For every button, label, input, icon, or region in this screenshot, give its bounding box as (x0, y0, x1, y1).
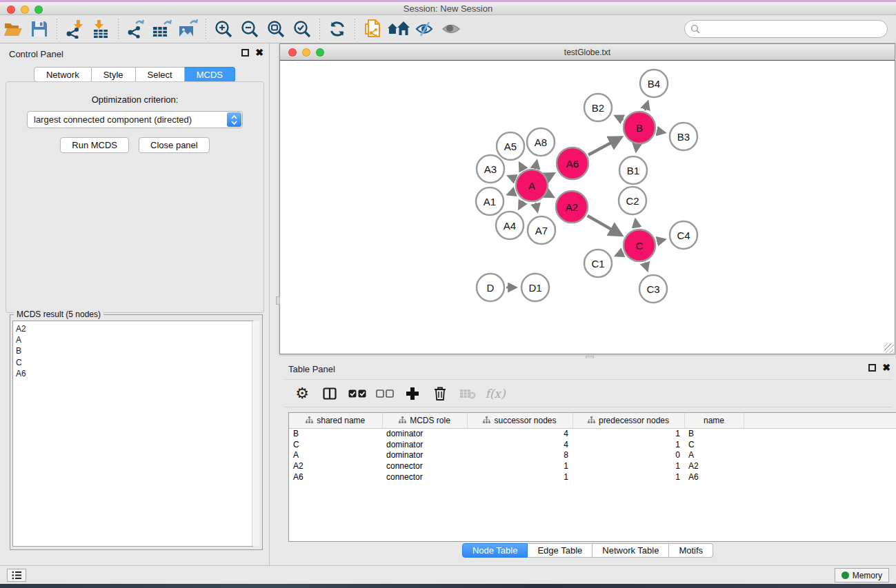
graph-edge-A2-C[interactable] (588, 216, 621, 234)
tab-select[interactable]: Select (136, 67, 185, 82)
minimize-network-button[interactable] (302, 48, 310, 57)
zoom-fit-button[interactable] (263, 17, 289, 41)
toolbar-separator (206, 19, 206, 39)
import-table-button[interactable] (88, 17, 114, 41)
hide-selected-button[interactable] (412, 17, 438, 41)
save-session-button[interactable] (26, 17, 52, 41)
minimize-window-button[interactable] (21, 6, 29, 14)
task-history-button[interactable] (7, 569, 26, 582)
resize-grip-icon[interactable] (884, 343, 894, 353)
delete-table-icon (459, 388, 476, 399)
close-window-button[interactable] (7, 6, 15, 14)
control-panel-title: Control Panel (9, 49, 63, 59)
select-all-button[interactable] (348, 385, 366, 403)
zoom-in-button[interactable] (210, 17, 237, 41)
left-splitter-handle[interactable] (276, 296, 280, 305)
apply-function-button[interactable]: f(x) (486, 385, 504, 403)
graph-edge-B-B1[interactable] (636, 145, 637, 151)
graph-edge-B-B2[interactable] (616, 116, 623, 120)
home-button[interactable] (386, 17, 412, 41)
hierarchy-icon (483, 416, 490, 424)
tab-network[interactable]: Network (34, 67, 92, 82)
run-mcds-button[interactable]: Run MCDS (60, 137, 129, 153)
graph-node-label-B1: B1 (627, 165, 639, 176)
zoom-window-button[interactable] (34, 6, 43, 14)
graph-edge-A-A3[interactable] (509, 176, 515, 179)
show-column-button[interactable] (321, 385, 339, 403)
tab-mcds[interactable]: MCDS (185, 67, 235, 82)
column-header-predecessor-nodes[interactable]: predecessor nodes (573, 413, 684, 428)
graph-edge-B-B4[interactable] (645, 103, 648, 111)
graph-edge-A-A7[interactable] (535, 203, 537, 210)
column-header-name[interactable]: name (684, 413, 744, 428)
graph-edge-A-A5[interactable] (520, 163, 524, 170)
float-panel-icon[interactable] (241, 49, 249, 57)
close-panel-button[interactable]: Close panel (139, 137, 210, 153)
table-row[interactable]: A6connector 11 A6 (289, 472, 896, 483)
zoom-fit-icon (266, 19, 286, 39)
table-row[interactable]: Bdominator 41 B (289, 428, 896, 439)
tab-style[interactable]: Style (92, 67, 136, 82)
show-all-button[interactable] (438, 17, 464, 41)
float-table-panel-icon[interactable] (868, 364, 876, 372)
column-header-successor-nodes[interactable]: successor nodes (467, 413, 573, 428)
delete-table-button[interactable] (459, 385, 477, 403)
tab-node-table[interactable]: Node Table (462, 543, 528, 558)
graph-node-label-C4: C4 (677, 230, 690, 241)
column-header-shared-name[interactable]: shared name (289, 413, 382, 428)
graph-edge-A-A8[interactable] (535, 161, 537, 168)
graph-edge-A-A6[interactable] (548, 174, 553, 176)
result-scrollbar[interactable] (252, 321, 259, 546)
graph-edge-C-C3[interactable] (645, 263, 647, 270)
zoom-selected-button[interactable] (289, 17, 315, 41)
open-file-button[interactable] (0, 17, 26, 41)
column-header-mcds-role[interactable]: MCDS role (382, 413, 467, 428)
network-canvas[interactable]: B4B2BB3A5A8A6A3B1AA1C2A2A4A7C4CC1C3DD1 (280, 61, 895, 354)
graph-edge-C-C2[interactable] (635, 221, 637, 228)
list-item[interactable]: C (16, 357, 252, 368)
table-row[interactable]: Cdominator 41 C (289, 439, 896, 450)
graph-edge-A-A2[interactable] (548, 194, 552, 196)
graph-edge-A6-B[interactable] (588, 138, 620, 155)
memory-button[interactable]: Memory (835, 568, 889, 582)
network-window-titlebar[interactable]: testGlobe.txt (280, 44, 895, 61)
table-row[interactable]: Adominator 80 A (289, 449, 896, 460)
table-row[interactable]: A2connector 11 A2 (289, 460, 896, 472)
delete-column-button[interactable] (431, 385, 449, 403)
graph-edge-C-C1[interactable] (617, 252, 624, 255)
table-options-button[interactable]: ⚙ (293, 385, 311, 403)
zoom-out-button[interactable] (237, 17, 263, 41)
graph-edge-A-A4[interactable] (519, 201, 523, 208)
toolbar-separator (57, 19, 57, 39)
import-network-button[interactable] (61, 17, 88, 41)
close-network-button[interactable] (288, 48, 297, 57)
list-item[interactable]: A6 (16, 368, 252, 379)
search-field[interactable] (684, 20, 888, 38)
graph-edge-A-A1[interactable] (508, 192, 515, 194)
new-network-button[interactable] (359, 17, 386, 41)
node-table[interactable]: shared name MCDS role successor nodes pr… (288, 412, 896, 542)
graph-edge-B-B3[interactable] (657, 131, 664, 132)
apply-layout-button[interactable] (324, 17, 350, 41)
export-table-button[interactable] (149, 17, 175, 41)
export-image-button[interactable] (175, 17, 201, 41)
close-panel-icon[interactable]: ✖ (255, 49, 263, 57)
export-network-button[interactable] (123, 17, 149, 41)
network-graph[interactable]: B4B2BB3A5A8A6A3B1AA1C2A2A4A7C4CC1C3DD1 (280, 61, 895, 354)
zoom-network-button[interactable] (316, 48, 324, 57)
deselect-all-button[interactable] (376, 385, 394, 403)
tab-motifs[interactable]: Motifs (669, 543, 713, 558)
list-item[interactable]: A (16, 334, 252, 345)
mcds-result-title: MCDS result (5 nodes) (14, 310, 103, 319)
graph-edge-C-C4[interactable] (657, 240, 664, 241)
add-column-button[interactable] (404, 385, 421, 403)
mcds-result-list[interactable]: A2 A B C A6 (12, 321, 253, 547)
list-item[interactable]: B (16, 345, 252, 356)
status-bar: Memory (0, 565, 896, 584)
criterion-dropdown[interactable]: largest connected component (directed) (27, 111, 243, 128)
list-item[interactable]: A2 (16, 323, 252, 334)
tab-network-table[interactable]: Network Table (593, 543, 669, 558)
tab-edge-table[interactable]: Edge Table (528, 543, 593, 558)
search-input[interactable] (703, 22, 887, 36)
close-table-panel-icon[interactable]: ✖ (882, 364, 890, 372)
